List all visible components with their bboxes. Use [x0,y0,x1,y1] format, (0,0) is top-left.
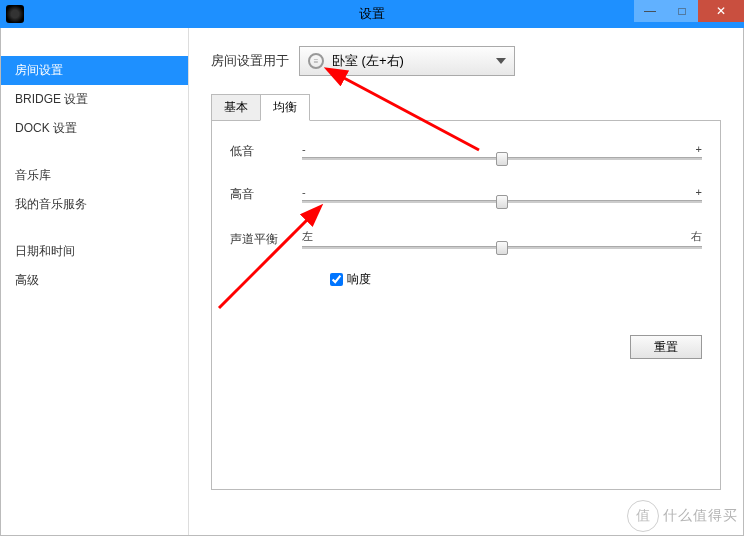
treble-min-label: - [302,186,306,198]
maximize-button[interactable]: □ [666,0,698,22]
bass-label: 低音 [230,143,302,160]
reset-button[interactable]: 重置 [630,335,702,359]
apply-label: 房间设置用于 [211,52,289,70]
main-panel: 房间设置用于 ≡ 卧室 (左+右) 基本 均衡 低音 - + [189,28,743,535]
bass-max-label: + [696,143,702,155]
dropdown-value: 卧室 (左+右) [332,52,496,70]
sidebar-item-date-time[interactable]: 日期和时间 [1,237,188,266]
bass-row: 低音 - + [230,143,702,160]
treble-max-label: + [696,186,702,198]
chevron-down-icon [496,58,506,64]
treble-slider[interactable] [302,200,702,203]
window-title: 设置 [359,5,385,23]
treble-thumb[interactable] [496,195,508,209]
minimize-button[interactable]: — [634,0,666,22]
bass-slider[interactable] [302,157,702,160]
treble-label: 高音 [230,186,302,203]
sidebar-item-bridge-settings[interactable]: BRIDGE 设置 [1,85,188,114]
treble-row: 高音 - + [230,186,702,203]
watermark: 值 什么值得买 [627,500,738,532]
loudness-row: 响度 [330,271,702,288]
client-area: 房间设置 BRIDGE 设置 DOCK 设置 音乐库 我的音乐服务 日期和时间 … [0,28,744,536]
window-buttons: — □ ✕ [634,0,744,22]
titlebar: 设置 — □ ✕ [0,0,744,28]
room-dropdown[interactable]: ≡ 卧室 (左+右) [299,46,515,76]
speaker-icon: ≡ [308,53,324,69]
tab-basic[interactable]: 基本 [211,94,261,121]
balance-thumb[interactable] [496,241,508,255]
app-icon [6,5,24,23]
sidebar-item-music-library[interactable]: 音乐库 [1,161,188,190]
balance-slider[interactable] [302,246,702,249]
apply-row: 房间设置用于 ≡ 卧室 (左+右) [211,46,721,76]
balance-right-label: 右 [691,229,702,244]
sidebar-item-advanced[interactable]: 高级 [1,266,188,295]
bass-min-label: - [302,143,306,155]
sidebar-item-room-settings[interactable]: 房间设置 [1,56,188,85]
sidebar-item-dock-settings[interactable]: DOCK 设置 [1,114,188,143]
balance-label: 声道平衡 [230,231,302,248]
balance-left-label: 左 [302,229,313,244]
bass-thumb[interactable] [496,152,508,166]
tab-eq[interactable]: 均衡 [260,94,310,121]
watermark-text: 什么值得买 [663,507,738,525]
tab-panel-eq: 低音 - + 高音 - + [211,120,721,490]
watermark-icon: 值 [627,500,659,532]
tabs: 基本 均衡 [211,94,721,121]
balance-row: 声道平衡 左 右 [230,229,702,249]
close-button[interactable]: ✕ [698,0,744,22]
sidebar-item-my-music-services[interactable]: 我的音乐服务 [1,190,188,219]
loudness-label: 响度 [347,271,371,288]
sidebar: 房间设置 BRIDGE 设置 DOCK 设置 音乐库 我的音乐服务 日期和时间 … [1,28,189,535]
loudness-checkbox[interactable] [330,273,343,286]
